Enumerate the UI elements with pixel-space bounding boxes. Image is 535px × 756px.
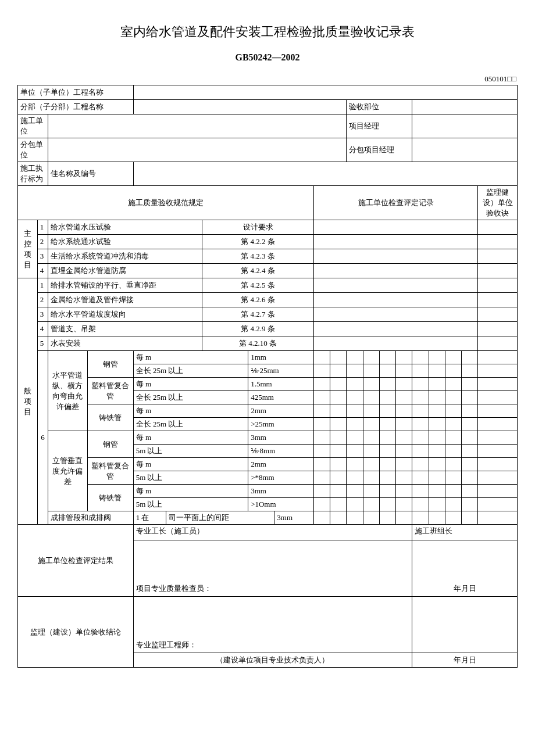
g-row-2: 2 金属给水管道及管件焊接 第 4.2.6 条 <box>18 293 518 307</box>
g6-mat-steel: 钢管 <box>87 351 133 378</box>
mc-acc[interactable] <box>478 235 518 249</box>
footer-foreman-row: 施工单位检查评定结果 专业工长（施工员） 施工班组长 <box>18 525 518 540</box>
accept-part-value[interactable] <box>412 100 518 114</box>
owner-label: （建设单位项目专业技术负责人） <box>133 653 412 668</box>
doc-title: 室内给水管道及配件安装工程检验批质量验收记录表 <box>17 23 518 41</box>
std-label: 施工执行标为 <box>18 162 48 186</box>
g6-pv: 2mm <box>248 404 314 418</box>
g-rec[interactable] <box>314 322 478 336</box>
g6-mat-steel: 钢管 <box>87 431 133 458</box>
g-rec[interactable] <box>314 278 478 293</box>
g6-h-plastic-per: 塑料管复合管 每 m 1.5mm <box>18 378 518 391</box>
g6-av: >1Omm <box>248 498 314 511</box>
record-header: 施工单位检查评定记录 <box>314 186 478 220</box>
mc-ref: 第 4.2.4 条 <box>202 264 314 278</box>
g6-all: 全长 25m 以上 <box>133 418 248 431</box>
constr-unit-value[interactable] <box>48 114 347 138</box>
g-row-1: 般项目 1 给排水管铺设的平行、垂直净距 第 4.2.5 条 <box>18 278 518 293</box>
mc-num: 2 <box>37 235 48 249</box>
g-rec[interactable] <box>314 293 478 307</box>
foreman-label: 专业工长（施工员） <box>133 525 412 540</box>
g6-pv: 1.5mm <box>248 378 314 391</box>
g6-all: 5m 以上 <box>133 471 248 485</box>
g6-per: 每 m <box>133 404 248 418</box>
unit-project-value[interactable] <box>133 85 517 100</box>
g-ref: 第 4.2.10 条 <box>202 336 314 351</box>
constr-unit-label: 施工单位 <box>18 114 48 138</box>
g6-h-steel-per: 6 水平管道纵、横方向弯曲允许偏差 钢管 每 m 1mm <box>18 351 518 364</box>
mc-acc[interactable] <box>478 249 518 264</box>
mc-rec[interactable] <box>314 235 478 249</box>
g6-v-cast-per: 铸铁管 每 m 3mm <box>18 485 518 498</box>
hdr-row-4: 分包单位 分包项目经理 <box>18 138 518 162</box>
doc-code: 050101□□ <box>17 74 518 84</box>
sub-project-value[interactable] <box>133 100 347 114</box>
g6-last-a: 成排管段和成排阀 <box>48 511 133 525</box>
subcon-value[interactable] <box>48 138 347 162</box>
g-item: 水表安装 <box>48 336 202 351</box>
g6-last-d: 3mm <box>274 511 314 525</box>
std-sub-label: 佳名称及编号 <box>48 162 133 186</box>
g-item: 管道支、吊架 <box>48 322 202 336</box>
g-ref: 第 4.2.6 条 <box>202 293 314 307</box>
main-table: 单位（子单位）工程名称 分部（子分部）工程名称 验收部位 施工单位 项目经理 分… <box>17 85 518 668</box>
g6-num: 6 <box>37 351 48 525</box>
g-num: 4 <box>37 322 48 336</box>
mc-acc[interactable] <box>478 220 518 235</box>
section-header-row: 施工质量验收规范规定 施工单位检查评定记录 监理健设）单位验收诀 <box>18 186 518 220</box>
footer-supervise-row: 监理（建设）单位验收结论 专业监理工程师： <box>18 597 518 653</box>
g6-last-c: 司一平面上的间距 <box>166 511 274 525</box>
g-acc[interactable] <box>478 336 518 351</box>
mc-ref: 设计要求 <box>202 220 314 235</box>
mc-num: 4 <box>37 264 48 278</box>
g-rec[interactable] <box>314 336 478 351</box>
mc-rec[interactable] <box>314 249 478 264</box>
g-row-4: 4 管道支、吊架 第 4.2.9 条 <box>18 322 518 336</box>
g-item: 给排水管铺设的平行、垂直净距 <box>48 278 202 293</box>
unit-result-label: 施工单位检查评定结果 <box>18 525 134 597</box>
g6-h-cast-per: 铸铁管 每 m 2mm <box>18 404 518 418</box>
date1: 年月日 <box>412 540 518 597</box>
mc-ref: 第 4.2.2 条 <box>202 235 314 249</box>
mc-rec[interactable] <box>314 220 478 235</box>
g6-pv: 3mm <box>248 431 314 445</box>
g6-pv: 2mm <box>248 458 314 471</box>
g-num: 1 <box>37 278 48 293</box>
main-ctrl-label: 主控项目 <box>18 220 38 278</box>
sub-pm-value[interactable] <box>412 138 518 162</box>
g6-per: 每 m <box>133 351 248 364</box>
pm-value[interactable] <box>412 114 518 138</box>
g-acc[interactable] <box>478 278 518 293</box>
unit-project-label: 单位（子单位）工程名称 <box>18 85 134 100</box>
g6-horiz-label: 水平管道纵、横方向弯曲允许偏差 <box>48 351 87 431</box>
std-value[interactable] <box>133 162 517 186</box>
g-ref: 第 4.2.5 条 <box>202 278 314 293</box>
mc-rec[interactable] <box>314 264 478 278</box>
spec-header: 施工质量验收规范规定 <box>18 186 314 220</box>
mc-row-4: 4 直埋金属给水管道防腐 第 4.2.4 条 <box>18 264 518 278</box>
mc-ref: 第 4.2.3 条 <box>202 249 314 264</box>
g6-vert-label: 立管垂直度允许偏差 <box>48 431 87 511</box>
mc-row-2: 2 给水系统通水试验 第 4.2.2 条 <box>18 235 518 249</box>
g-acc[interactable] <box>478 293 518 307</box>
g6-pv: 1mm <box>248 351 314 364</box>
team-leader-label: 施工班组长 <box>412 525 518 540</box>
g6-per: 每 m <box>133 485 248 498</box>
accept-part-label: 验收部位 <box>347 100 412 114</box>
blank[interactable] <box>412 597 518 653</box>
g-row-5: 5 水表安装 第 4.2.10 条 <box>18 336 518 351</box>
sub-project-label: 分部（子分部）工程名称 <box>18 100 134 114</box>
mc-item: 给水管道水压试验 <box>48 220 202 235</box>
inspector-label: 项目专业质量检查员： <box>133 540 412 597</box>
g-acc[interactable] <box>478 322 518 336</box>
g6-all: 全长 25m 以上 <box>133 364 248 378</box>
mc-item: 给水系统通水试验 <box>48 235 202 249</box>
g6-all: 5m 以上 <box>133 445 248 458</box>
g6-pv: 3mm <box>248 485 314 498</box>
g-acc[interactable] <box>478 307 518 322</box>
general-label: 般项目 <box>18 278 38 525</box>
mc-acc[interactable] <box>478 264 518 278</box>
g6-v-steel-per: 立管垂直度允许偏差 钢管 每 m 3mm <box>18 431 518 445</box>
g6-av: >*8mm <box>248 471 314 485</box>
g-rec[interactable] <box>314 307 478 322</box>
